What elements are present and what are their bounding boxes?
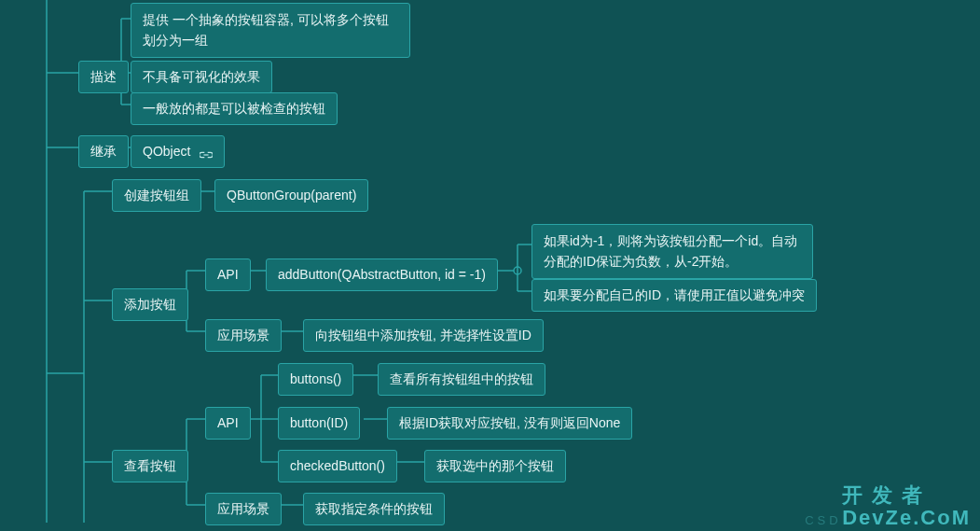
link-icon <box>200 147 213 158</box>
desc-label[interactable]: 描述 <box>78 61 129 93</box>
watermark-sub: CSD <box>805 514 841 527</box>
add-note-1[interactable]: 如果id为-1，则将为该按钮分配一个id。自动分配的ID保证为负数，从-2开始。 <box>531 224 813 279</box>
add-note-2[interactable]: 如果要分配自己的ID，请使用正值以避免冲突 <box>531 279 817 312</box>
create-label[interactable]: 创建按钮组 <box>112 179 201 212</box>
desc-item-3[interactable]: 一般放的都是可以被检查的按钮 <box>131 92 338 125</box>
inherit-value[interactable]: QObject <box>131 135 225 168</box>
watermark: 开 发 者 DevZe.CoM CSD <box>842 484 971 529</box>
create-value[interactable]: QButtonGroup(parent) <box>214 179 368 212</box>
api-checked[interactable]: checkedButton() <box>278 450 397 482</box>
add-api-value[interactable]: addButton(QAbstractButton, id = -1) <box>266 259 498 291</box>
view-label[interactable]: 查看按钮 <box>112 450 188 482</box>
api-checked-desc[interactable]: 获取选中的那个按钮 <box>424 450 566 482</box>
desc-item-2[interactable]: 不具备可视化的效果 <box>131 61 272 93</box>
view-scene-value[interactable]: 获取指定条件的按钮 <box>303 493 445 525</box>
view-scene-label[interactable]: 应用场景 <box>205 493 282 525</box>
add-scene-value[interactable]: 向按钮组中添加按钮, 并选择性设置ID <box>303 319 544 352</box>
svg-point-0 <box>514 267 521 274</box>
watermark-line2: DevZe.CoM <box>842 507 971 529</box>
api-button-id[interactable]: button(ID) <box>278 407 360 440</box>
inherit-label[interactable]: 继承 <box>78 135 129 168</box>
desc-item-1[interactable]: 提供 一个抽象的按钮容器, 可以将多个按钮划分为一组 <box>131 3 410 58</box>
add-scene-label[interactable]: 应用场景 <box>205 319 282 352</box>
add-label[interactable]: 添加按钮 <box>112 288 188 321</box>
inherit-text: QObject <box>143 144 190 159</box>
api-button-id-desc[interactable]: 根据ID获取对应按钮, 没有则返回None <box>387 407 632 440</box>
view-api-label[interactable]: API <box>205 407 251 440</box>
api-buttons[interactable]: buttons() <box>278 363 353 396</box>
add-api-label[interactable]: API <box>205 259 251 291</box>
api-buttons-desc[interactable]: 查看所有按钮组中的按钮 <box>378 363 545 396</box>
watermark-line1: 开 发 者 <box>842 484 971 507</box>
